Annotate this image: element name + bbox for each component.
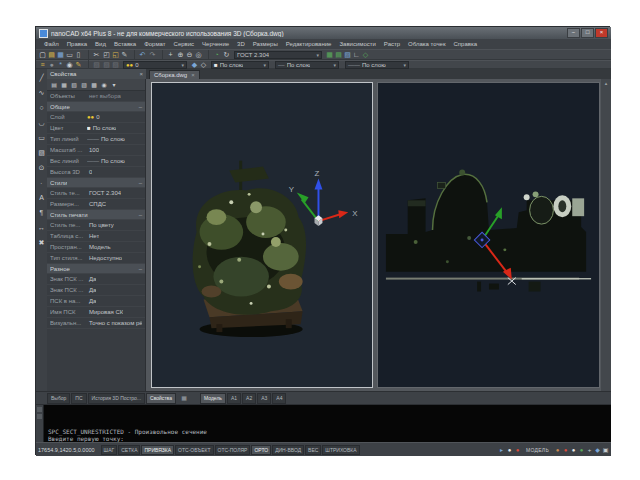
scroll-up-icon[interactable]: ▴ bbox=[605, 80, 608, 86]
property-row[interactable]: Стиль пе... По цвету bbox=[47, 220, 145, 231]
canvas-scrollbar[interactable]: ▴ bbox=[601, 79, 611, 391]
select-objects-icon[interactable]: ▤ bbox=[50, 81, 58, 89]
property-row[interactable]: Стили – bbox=[47, 178, 145, 188]
cursor-mode-icon[interactable]: ▸ bbox=[498, 446, 505, 454]
menu-item[interactable]: Растр bbox=[380, 41, 404, 47]
layout-tab[interactable]: А1 bbox=[227, 393, 241, 404]
menu-item[interactable]: Сервис bbox=[170, 41, 199, 47]
text-style-combo[interactable]: ГОСТ 2.304 ▾ bbox=[234, 51, 322, 59]
zoom-extents-icon[interactable]: ◎ bbox=[194, 50, 203, 59]
redo-icon[interactable]: ↷ bbox=[148, 50, 157, 59]
layout-tab[interactable]: А3 bbox=[257, 393, 271, 404]
polyline-tool-icon[interactable]: ∿ bbox=[37, 88, 46, 97]
open-file-icon[interactable]: ▤ bbox=[47, 50, 56, 59]
collapse-icon[interactable]: – bbox=[139, 180, 142, 186]
property-row[interactable]: Слой ●● 0 bbox=[47, 112, 145, 123]
mtext-tool-icon[interactable]: ¶ bbox=[37, 208, 46, 217]
property-row[interactable]: Тип стиля... Недоступно bbox=[47, 253, 145, 264]
layer-combo[interactable]: ●● 0 ▾ bbox=[123, 61, 187, 69]
property-row[interactable]: Таблица с... Нет bbox=[47, 231, 145, 242]
panel-tab[interactable]: Выбор bbox=[47, 393, 70, 404]
close-icon[interactable]: × bbox=[191, 72, 195, 78]
panel-tab[interactable]: ПС bbox=[71, 393, 86, 404]
layer-prev-icon[interactable]: ▧ bbox=[88, 60, 102, 69]
clip-icon[interactable]: ▧ bbox=[343, 50, 352, 59]
drawing-canvas[interactable]: Z Y X bbox=[146, 79, 611, 391]
menu-item[interactable]: Справка bbox=[450, 41, 482, 47]
table-icon[interactable]: ▦ bbox=[325, 50, 334, 59]
color-picker-icon[interactable]: ◆ bbox=[190, 60, 199, 69]
status-toggle[interactable]: ОТС-ПОЛЯР bbox=[215, 445, 251, 455]
layout-tab[interactable]: А2 bbox=[242, 393, 256, 404]
property-row[interactable]: Масштаб ... 100 bbox=[47, 145, 145, 156]
property-row[interactable]: Тип линий —— По слою bbox=[47, 134, 145, 145]
layouts-icon[interactable]: ▦ bbox=[180, 394, 188, 402]
cut-icon[interactable]: ✂ bbox=[88, 50, 102, 59]
command-gutter-icon[interactable] bbox=[37, 414, 42, 419]
info-icon[interactable]: ● bbox=[506, 446, 513, 454]
property-row[interactable]: Разное – bbox=[47, 264, 145, 274]
paste-icon[interactable]: ◱ bbox=[111, 50, 120, 59]
layout-tab[interactable]: А4 bbox=[272, 393, 286, 404]
layer-freeze-icon[interactable]: * bbox=[56, 60, 65, 69]
regen-icon[interactable]: ↻ bbox=[222, 50, 231, 59]
property-row[interactable]: Знак ПСК ... Да bbox=[47, 285, 145, 296]
add-scale-icon[interactable]: + bbox=[586, 446, 593, 454]
named-views-icon[interactable]: ◇ bbox=[361, 50, 370, 59]
menu-item[interactable]: Облака точек bbox=[404, 41, 449, 47]
status-toggle[interactable]: ПРИВЯЗКА bbox=[141, 445, 174, 455]
layers-icon[interactable]: ≡ bbox=[38, 60, 47, 69]
zoom-in-icon[interactable]: ⊕ bbox=[176, 50, 185, 59]
property-row[interactable]: Общие – bbox=[47, 102, 145, 112]
property-row[interactable]: Объекты нет выбора bbox=[47, 91, 145, 102]
hatch-tool-icon[interactable]: ▨ bbox=[37, 148, 46, 157]
viewport-side[interactable] bbox=[377, 82, 600, 388]
quick-select-icon[interactable]: ▦ bbox=[60, 81, 68, 89]
annotation-scale-icon[interactable]: ● bbox=[554, 446, 561, 454]
property-row[interactable]: Цвет ■ По слою bbox=[47, 123, 145, 134]
close-icon[interactable]: × bbox=[139, 71, 143, 77]
undo-icon[interactable]: ↶ bbox=[134, 50, 148, 59]
lock-icon[interactable]: ● bbox=[562, 446, 569, 454]
layer-lock-icon[interactable]: ◉ bbox=[65, 60, 74, 69]
menu-item[interactable]: Черчение bbox=[198, 41, 233, 47]
properties-panel-header[interactable]: Свойства × bbox=[47, 69, 146, 79]
pan-icon[interactable]: + bbox=[162, 50, 176, 59]
text-tool-icon[interactable]: A bbox=[37, 193, 46, 202]
property-row[interactable]: Стиль печати – bbox=[47, 210, 145, 220]
layer-merge-icon[interactable]: ▧ bbox=[111, 60, 120, 69]
linetype-manager-icon[interactable]: ◇ bbox=[199, 60, 208, 69]
status-toggle[interactable]: ШАГ bbox=[101, 445, 118, 455]
menu-item[interactable]: Правка bbox=[63, 41, 91, 47]
menu-item[interactable]: Редактирование bbox=[282, 41, 336, 47]
copy-icon[interactable]: ◰ bbox=[102, 50, 111, 59]
command-window[interactable]: SPC_SECT_UNRESTRICTED - Произвольное сеч… bbox=[36, 404, 611, 443]
menu-item[interactable]: Вид bbox=[91, 41, 110, 47]
model-space-indicator[interactable]: МОДЕЛЬ bbox=[526, 447, 549, 453]
layout-tab[interactable]: Модель bbox=[200, 393, 226, 404]
print-icon[interactable]: ▭ bbox=[65, 50, 74, 59]
property-row[interactable]: Простран... Модель bbox=[47, 242, 145, 253]
orbit-icon[interactable]: ◔ bbox=[208, 50, 222, 59]
status-toggle[interactable]: ВЕС bbox=[305, 445, 321, 455]
zoom-out-icon[interactable]: ⊖ bbox=[185, 50, 194, 59]
ucs-icon[interactable]: ∟ bbox=[352, 50, 361, 59]
close-button[interactable]: × bbox=[595, 28, 608, 38]
property-row[interactable]: Имя ПСК Мировая СК bbox=[47, 307, 145, 318]
alphabetic-icon[interactable]: ▩ bbox=[90, 81, 98, 89]
color-combo[interactable]: ■ По слою ▾ bbox=[211, 61, 269, 69]
workspace-icon[interactable]: ▣ bbox=[602, 446, 609, 454]
online-icon[interactable]: ● bbox=[578, 446, 585, 454]
maximize-button[interactable]: □ bbox=[581, 28, 594, 38]
ellipse-tool-icon[interactable]: ⊙ bbox=[37, 163, 46, 172]
status-toggle[interactable]: ОТС-ОБЪЕКТ bbox=[175, 445, 213, 455]
property-row[interactable]: Вес линий —— По слою bbox=[47, 156, 145, 167]
command-gutter-icon[interactable] bbox=[37, 407, 42, 412]
property-row[interactable]: Визуальн... Точно с показом рёбер bbox=[47, 318, 145, 329]
panel-tab[interactable]: Свойства bbox=[146, 393, 176, 404]
menu-item[interactable]: Размеры bbox=[249, 41, 282, 47]
collapse-icon[interactable]: – bbox=[139, 212, 142, 218]
new-file-icon[interactable]: ▢ bbox=[38, 50, 47, 59]
menu-item[interactable]: Зависимости bbox=[335, 41, 379, 47]
document-tab[interactable]: Сборка.dwg × bbox=[149, 70, 200, 79]
